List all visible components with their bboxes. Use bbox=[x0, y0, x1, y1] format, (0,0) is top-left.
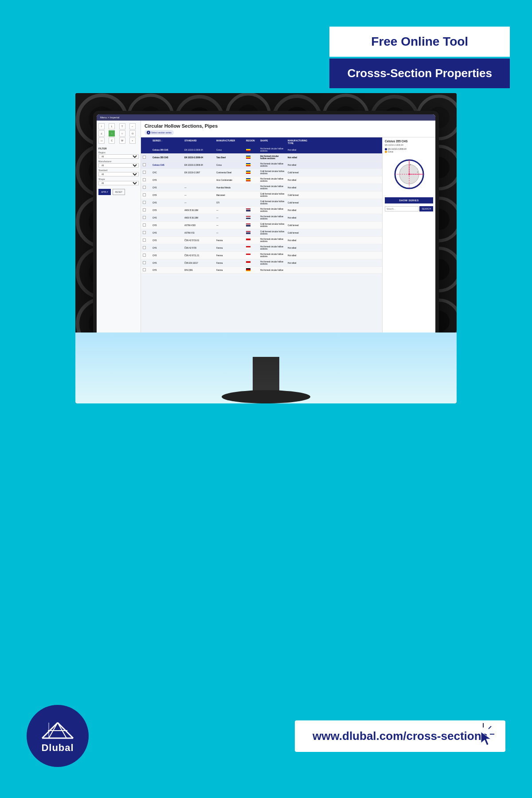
photo-background: Menu > Imperial I L T ⌐ ∠ ○ □ ⊡ bbox=[75, 93, 457, 403]
col-shape[interactable]: SHAPE bbox=[259, 139, 286, 145]
search-input[interactable] bbox=[385, 206, 419, 211]
row-checkbox[interactable] bbox=[143, 171, 146, 174]
col-standard[interactable]: STANDARD bbox=[184, 139, 215, 145]
icon-circle-active[interactable]: ○ bbox=[109, 130, 115, 137]
row-checkbox[interactable] bbox=[143, 261, 146, 264]
search-row: SEARCH bbox=[385, 206, 433, 211]
standard-select[interactable]: All bbox=[98, 172, 139, 176]
table-row[interactable]: CHS ČSN 42 5710.01 Ferona Hot formed cir… bbox=[141, 237, 382, 244]
page-title: Circular Hollow Sections, Pipes bbox=[145, 123, 432, 129]
icon-T[interactable]: T bbox=[119, 123, 125, 129]
flag-us bbox=[246, 208, 250, 211]
flag-eu bbox=[246, 156, 250, 159]
row-checkbox[interactable] bbox=[143, 163, 146, 166]
row-checkbox[interactable] bbox=[143, 193, 146, 196]
icon-misc[interactable]: + bbox=[129, 137, 136, 144]
search-button[interactable]: SEARCH bbox=[419, 206, 433, 211]
celsius-title: Celsius 355 CHS bbox=[385, 140, 433, 143]
row-checkbox[interactable] bbox=[143, 254, 146, 257]
monitor-container: Menu > Imperial I L T ⌐ ∠ ○ □ ⊡ bbox=[75, 93, 457, 403]
legend-blue-dot bbox=[385, 148, 387, 150]
col-series[interactable]: SERIES ↓ bbox=[152, 139, 183, 145]
flag-cz bbox=[246, 261, 250, 264]
dlubal-logo: Dlubal bbox=[27, 705, 89, 767]
table-row[interactable]: CHS ASTM A 53 — Cold formed circular hol… bbox=[141, 229, 382, 237]
row-checkbox[interactable] bbox=[143, 246, 146, 249]
col-cb bbox=[142, 139, 151, 145]
icon-L[interactable]: L bbox=[109, 123, 115, 129]
row-checkbox[interactable] bbox=[143, 216, 146, 219]
row-checkbox[interactable] bbox=[143, 156, 146, 159]
sidebar-icons-grid: I L T ⌐ ∠ ○ □ ⊡ ▭ C W + bbox=[98, 123, 139, 144]
cursor-icon-area bbox=[470, 721, 497, 749]
flag-eu bbox=[246, 178, 250, 181]
icon-bracket[interactable]: ⌐ bbox=[129, 123, 136, 129]
table-row[interactable]: CHS ČSN 42 5735 Ferona Hot formed circul… bbox=[141, 244, 382, 252]
flag-cz bbox=[246, 246, 250, 249]
col-mfg-type[interactable]: MANUFACTURING TYPE bbox=[287, 139, 313, 145]
icon-w[interactable]: W bbox=[119, 137, 125, 144]
icon-c[interactable]: C bbox=[109, 137, 115, 144]
col-manufacturer[interactable]: MANUFACTURER bbox=[215, 139, 244, 145]
shape-select[interactable]: All bbox=[98, 181, 139, 185]
icon-rect[interactable]: ▭ bbox=[98, 137, 105, 144]
row-checkbox[interactable] bbox=[143, 186, 146, 189]
row-checkbox[interactable] bbox=[143, 239, 146, 242]
flag-cz bbox=[246, 239, 250, 242]
table-row[interactable]: CHS ČSN 42 6711.21 Ferona Hot formed cir… bbox=[141, 252, 382, 259]
row-checkbox[interactable] bbox=[143, 201, 146, 204]
filter-label: FILTER bbox=[98, 147, 139, 150]
table-row[interactable]: CHS Arco Continentale Hot formed circula… bbox=[141, 176, 382, 184]
table-row[interactable]: Celsius 355 CHS EN 10210-2:2006-04 Tata … bbox=[141, 154, 382, 161]
legend-orange-dot bbox=[385, 151, 387, 153]
table-row[interactable]: CHS DIN 2391 Ferona Hot formed circular … bbox=[141, 267, 382, 274]
table-row[interactable]: CHS — Marcsteel Cold formed circular hol… bbox=[141, 192, 382, 199]
stand-base bbox=[222, 390, 310, 403]
shape-label: Shape bbox=[98, 178, 139, 180]
show-series-button[interactable]: SHOW SERIES bbox=[385, 197, 433, 203]
row-checkbox[interactable] bbox=[143, 268, 146, 271]
legend-label-2: Corus bbox=[388, 151, 393, 153]
apply-button[interactable]: APPLY bbox=[98, 189, 111, 195]
region-select[interactable]: All bbox=[98, 154, 139, 159]
row-checkbox[interactable] bbox=[143, 178, 146, 181]
row-checkbox[interactable] bbox=[143, 148, 146, 151]
free-online-tool-label: Free Online Tool bbox=[329, 27, 510, 57]
flag-us bbox=[246, 231, 250, 234]
flag-cz bbox=[246, 254, 250, 257]
circle-diagram: r t bbox=[391, 156, 427, 192]
table-row[interactable]: Celsius CHS EN 10210-2:2006-04 Corus Hot… bbox=[141, 161, 382, 169]
standard-label: Standard bbox=[98, 169, 139, 172]
flag-us bbox=[246, 223, 250, 227]
table-row[interactable]: CHS ČSN EN 10217 Ferona Hot formed circu… bbox=[141, 259, 382, 267]
legend-label-1: EN 10210-2:2006-04 bbox=[388, 148, 407, 150]
cursor-click-svg bbox=[470, 721, 497, 747]
table-rows-container: Celsius 355 CHS EN 10210-2:2006-04 Corus… bbox=[141, 146, 382, 274]
table-row[interactable]: CHS ANSI B 36.19M — Hot formed circular … bbox=[141, 214, 382, 222]
table-row[interactable]: CHS — STI Cold formed circular hollow se… bbox=[141, 199, 382, 207]
monitor-stand-assembly bbox=[222, 357, 310, 403]
icon-angle[interactable]: ∠ bbox=[98, 130, 105, 137]
table-row[interactable]: CHC EN 10219-2:1997 Continental Steel Co… bbox=[141, 169, 382, 176]
table-header: SERIES ↓ STANDARD MANUFACTURER REGION SH… bbox=[141, 137, 382, 146]
table-row[interactable]: CHS — Hannibal Metals Hot formed circula… bbox=[141, 184, 382, 192]
icon-square[interactable]: □ bbox=[119, 130, 125, 137]
select-series-badge[interactable]: A Select section series bbox=[145, 130, 174, 135]
row-checkbox[interactable] bbox=[143, 223, 146, 227]
cross-section-label: Crosss-Section Properties bbox=[329, 59, 510, 88]
icon-pipe[interactable]: ⊡ bbox=[129, 130, 136, 137]
col-region[interactable]: REGION bbox=[245, 139, 258, 145]
flag-eu bbox=[246, 171, 250, 174]
table-row[interactable]: CHS ASTM A 500 — Cold formed circular ho… bbox=[141, 222, 382, 229]
stand-neck bbox=[253, 357, 279, 392]
row-checkbox[interactable] bbox=[143, 231, 146, 234]
flag-de bbox=[246, 268, 250, 271]
icon-I[interactable]: I bbox=[98, 123, 105, 129]
table-row[interactable]: Celsius 355 CHS EN 10210-2:2006-04 Corus… bbox=[141, 146, 382, 154]
select-series-text: Select section series bbox=[151, 131, 172, 134]
row-checkbox[interactable] bbox=[143, 208, 146, 211]
reset-button[interactable]: RESET bbox=[113, 189, 125, 195]
legend-item-2: Corus bbox=[385, 151, 433, 153]
table-row[interactable]: CHS ANSI B 36.10M — Hot formed circular … bbox=[141, 207, 382, 214]
manufacturer-select[interactable]: All bbox=[98, 163, 139, 168]
